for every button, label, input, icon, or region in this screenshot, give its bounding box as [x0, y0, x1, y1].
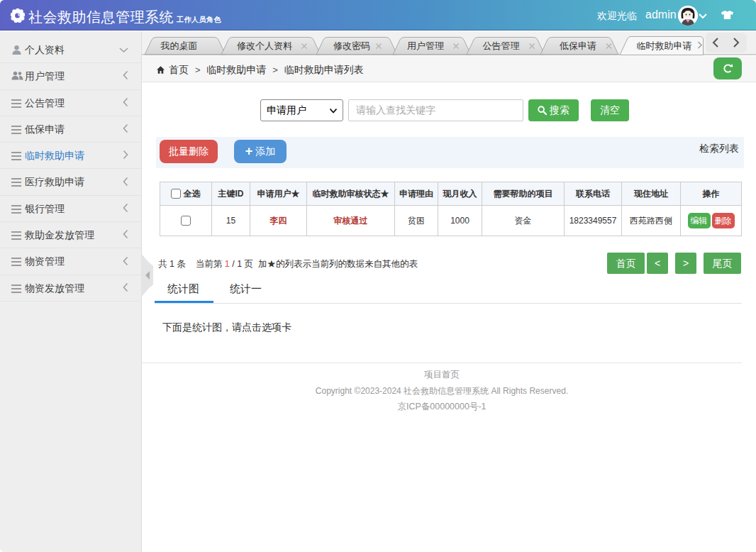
- svg-text:修改密码: 修改密码: [333, 40, 370, 51]
- svg-text:用户管理: 用户管理: [407, 40, 444, 51]
- svg-text:公告管理: 公告管理: [483, 40, 520, 51]
- svg-text:低保申请: 低保申请: [559, 40, 596, 51]
- svg-text:临时救助申请: 临时救助申请: [637, 40, 692, 51]
- svg-text:我的桌面: 我的桌面: [160, 40, 198, 51]
- svg-text:修改个人资料: 修改个人资料: [237, 40, 292, 51]
